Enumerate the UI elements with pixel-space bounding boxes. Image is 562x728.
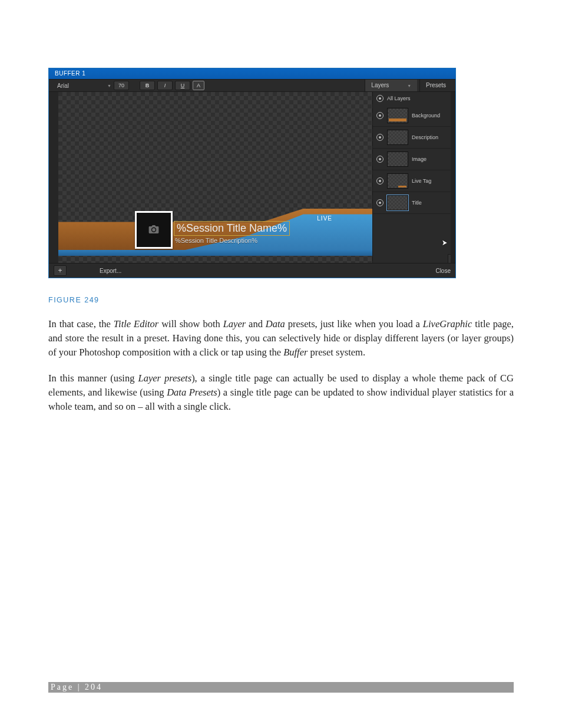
cursor-icon: ➤ xyxy=(442,238,447,247)
textbox-button[interactable]: A xyxy=(193,81,204,90)
layer-row[interactable]: Live Tag xyxy=(373,170,455,192)
live-tag: LIVE xyxy=(317,215,332,222)
text: In that case, the xyxy=(48,318,114,330)
window-titlebar: BUFFER 1 xyxy=(49,68,455,79)
layer-label: Live Tag xyxy=(412,178,431,184)
camera-icon xyxy=(148,225,159,235)
underline-button[interactable]: U xyxy=(175,81,190,90)
toolbar: Arial ▼ 70 B I U A Layers ▼ Presets xyxy=(49,79,455,92)
font-name: Arial xyxy=(57,83,69,89)
title-editor-window: BUFFER 1 Arial ▼ 70 B I U A Layers ▼ Pre… xyxy=(48,68,456,278)
layer-row[interactable]: Background xyxy=(373,105,455,127)
body-paragraph: In this manner (using Layer presets), a … xyxy=(48,371,514,414)
layer-thumbnail xyxy=(387,108,408,123)
bold-button[interactable]: B xyxy=(140,81,155,90)
eye-icon[interactable] xyxy=(376,112,384,119)
plus-icon: + xyxy=(58,266,62,275)
layer-row[interactable]: Title xyxy=(373,192,455,214)
scrollbar[interactable] xyxy=(451,92,455,263)
layer-thumbnail xyxy=(387,151,408,167)
text: Layer xyxy=(223,318,246,330)
session-description-field[interactable]: %Session Title Description% xyxy=(175,237,257,244)
text: Title Editor xyxy=(114,318,158,330)
close-button[interactable]: Close xyxy=(435,268,451,274)
chevron-down-icon: ▼ xyxy=(407,84,411,88)
layer-label: All Layers xyxy=(387,95,411,101)
layer-label: Background xyxy=(412,113,440,118)
export-button[interactable]: Export... xyxy=(100,268,121,274)
layer-label: Description xyxy=(412,134,438,140)
layers-panel: All Layers Background Description Image xyxy=(372,92,455,263)
text: Buffer xyxy=(283,347,308,358)
tab-label: Layers xyxy=(371,82,389,88)
image-placeholder[interactable] xyxy=(135,211,173,249)
page-footer: Page | 204 xyxy=(48,682,514,693)
layer-label: Title xyxy=(412,200,422,206)
add-button[interactable]: + xyxy=(54,265,67,276)
text: will show both xyxy=(158,318,223,330)
canvas[interactable]: %Session Title Name% %Session Title Desc… xyxy=(58,92,372,263)
eye-icon[interactable] xyxy=(376,95,384,102)
font-size[interactable]: 70 xyxy=(114,81,129,90)
layer-thumbnail xyxy=(387,195,408,210)
text: Data Presets xyxy=(167,387,217,398)
text: LiveGraphic xyxy=(423,318,472,330)
session-title-field[interactable]: %Session Title Name% xyxy=(174,221,290,236)
layer-thumbnail xyxy=(387,173,408,189)
left-rail xyxy=(49,92,58,263)
font-dropdown[interactable]: Arial ▼ xyxy=(52,83,111,89)
text: and xyxy=(246,318,266,330)
layer-row[interactable]: Image xyxy=(373,149,455,170)
tab-presets[interactable]: Presets xyxy=(419,80,452,91)
eye-icon[interactable] xyxy=(376,156,384,163)
italic-button[interactable]: I xyxy=(157,81,173,90)
text: presets, just like when you load a xyxy=(285,318,423,330)
body-paragraph: In that case, the Title Editor will show… xyxy=(48,317,514,360)
layer-label: Image xyxy=(412,156,427,162)
layer-row[interactable]: Description xyxy=(373,127,455,149)
chevron-down-icon: ▼ xyxy=(107,84,111,88)
text: Layer presets xyxy=(138,373,191,384)
layer-thumbnail xyxy=(387,130,408,145)
text: In this manner (using xyxy=(48,373,138,384)
eye-icon[interactable] xyxy=(376,177,384,185)
tab-layers[interactable]: Layers ▼ xyxy=(365,80,417,91)
text: preset system. xyxy=(308,347,365,358)
layer-row-all[interactable]: All Layers xyxy=(373,92,455,105)
eye-icon[interactable] xyxy=(376,199,384,206)
text: Data xyxy=(266,318,285,330)
eye-icon[interactable] xyxy=(376,134,384,141)
editor-footer: + Export... Close xyxy=(49,263,455,278)
figure-caption: FIGURE 249 xyxy=(48,296,514,304)
